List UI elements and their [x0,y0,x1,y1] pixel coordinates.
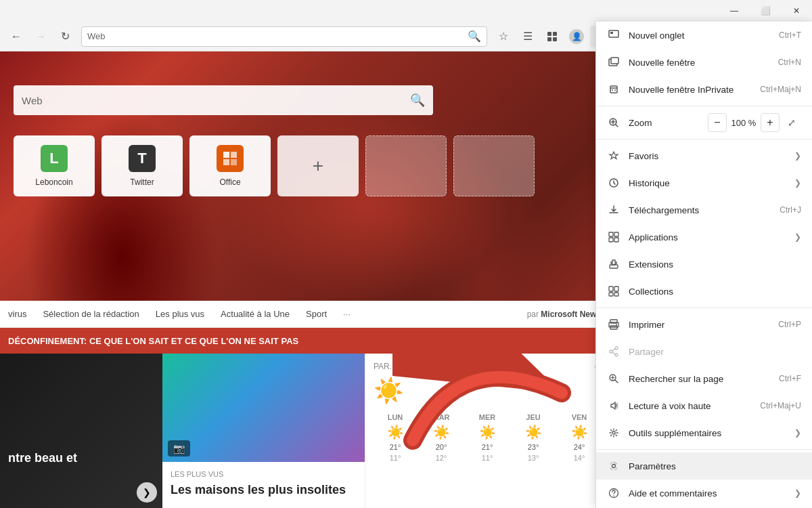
mer-label: MER [479,413,495,421]
print-label: Imprimer [629,320,773,330]
main-article[interactable]: 📷 LES PLUS VUS Les maisons les plus inso… [162,354,365,508]
right-arrow-nav[interactable]: ❯ [137,482,157,503]
weather-forecast: LUN ☀️ 21° 11° MAR ☀️ 20° 12° MER ☀️ 21°… [374,413,601,462]
forecast-mer: MER ☀️ 21° 11° [466,413,509,462]
news-tab-plus-vus[interactable]: Les plus vus [156,309,204,319]
inprivate-label: Nouvelle fenêtre InPrivate [629,85,754,95]
reload-button[interactable]: ↻ [54,26,76,47]
favorites-icon[interactable]: ☆ [493,26,514,47]
news-tab-sport[interactable]: Sport [306,309,327,319]
address-bar[interactable]: Web 🔍 [81,26,487,47]
menu-item-read-aloud[interactable]: Lecture à voix haute Ctrl+Maj+U [596,392,812,419]
menu-item-history[interactable]: Historique ❯ [596,169,812,196]
menu-item-help[interactable]: Aide et commentaires ❯ [596,480,812,507]
forecast-jeu: JEU ☀️ 23° 13° [512,413,555,462]
menu-item-extensions[interactable]: Extensions [596,251,812,278]
shortcut-leboncoin[interactable]: L Leboncoin [14,135,95,196]
svg-rect-2 [547,37,551,41]
svg-rect-3 [553,37,557,41]
find-icon [607,372,621,385]
shortcut-office[interactable]: Office [189,135,271,196]
browser-content: Web 🔍 L Leboncoin T Twitter Office + [0,51,609,508]
svg-point-15 [614,89,616,91]
menu-item-inprivate[interactable]: Nouvelle fenêtre InPrivate Ctrl+Maj+N [596,76,812,103]
menu-item-share[interactable]: Partager [596,338,812,365]
weather-widget: PAR... > ··· ☀️ LUN ☀️ 21° 11° MAR ☀️ 20… [365,354,609,508]
leboncoin-label: Leboncoin [35,177,72,187]
news-tab-selection[interactable]: Sélection de la rédaction [43,309,139,319]
news-tab-virus[interactable]: virus [8,309,26,319]
mar-icon: ☀️ [433,424,450,440]
profile-icon[interactable]: 👤 [566,26,587,47]
ven-low: 14° [574,454,585,462]
office-icon [217,145,244,172]
svg-rect-10 [610,32,613,34]
svg-rect-0 [547,32,551,36]
shortcut-empty-1 [365,135,447,196]
print-icon [607,318,621,331]
menu-item-print[interactable]: Imprimer Ctrl+P [596,311,812,338]
svg-point-38 [613,495,614,496]
search-submit-icon[interactable]: 🔍 [410,93,425,108]
menu-item-new-tab[interactable]: Nouvel onglet Ctrl+T [596,22,812,49]
shortcuts-row: L Leboncoin T Twitter Office + [14,135,535,196]
mer-low: 11° [482,454,493,462]
menu-item-find[interactable]: Rechercher sur la page Ctrl+F [596,365,812,392]
menu-item-apps[interactable]: Applications ❯ [596,224,812,251]
zoom-icon [607,116,621,129]
menu-item-favorites[interactable]: Favoris ❯ [596,142,812,169]
shortcut-twitter[interactable]: T Twitter [102,135,183,196]
news-tab-actualite[interactable]: Actualité à la Une [221,309,290,319]
twitter-icon: T [129,145,156,172]
zoom-plus-button[interactable]: + [761,113,780,132]
close-button[interactable]: ✕ [781,0,812,22]
lun-high: 21° [390,443,401,451]
left-nav: ❯ [137,482,157,503]
history-label: Historique [629,178,792,188]
apps-icon [607,230,621,244]
zoom-fullscreen-button[interactable]: ⤢ [782,113,801,132]
zoom-text-label: Zoom [629,118,708,128]
menu-item-settings[interactable]: Paramètres [596,452,812,480]
shortcut-add[interactable]: + [277,135,359,196]
svg-point-35 [612,431,615,434]
news-bar: virus Sélection de la rédaction Les plus… [0,301,609,328]
twitter-label: Twitter [130,177,154,187]
zoom-minus-button[interactable]: − [708,113,727,132]
menu-item-collections[interactable]: Collections [596,278,812,305]
mar-high: 20° [436,443,447,451]
print-shortcut: Ctrl+P [778,320,801,329]
inprivate-icon [607,83,621,96]
jeu-icon: ☀️ [525,424,542,440]
svg-point-30 [616,324,617,326]
collections-menu-icon [607,284,621,298]
new-tab-shortcut: Ctrl+T [779,30,801,40]
minimize-button[interactable]: — [719,0,750,22]
more-tools-arrow: ❯ [794,428,801,438]
svg-rect-6 [223,159,229,165]
apps-arrow: ❯ [794,232,801,242]
menu-item-new-window[interactable]: Nouvelle fenêtre Ctrl+N [596,49,812,76]
menu-divider-3 [596,308,812,308]
search-box[interactable]: Web 🔍 [14,85,433,115]
menu-item-downloads[interactable]: Téléchargements Ctrl+J [596,196,812,224]
zoom-value-display: 100 % [727,118,761,128]
settings-label: Paramètres [629,461,801,471]
ven-icon: ☀️ [571,424,588,440]
svg-rect-5 [231,152,237,158]
back-button[interactable]: ← [5,26,27,47]
lun-label: LUN [388,413,403,421]
svg-rect-22 [610,265,618,268]
article-image: 📷 [162,354,365,462]
new-tab-label: Nouvel onglet [629,30,773,41]
article-title: Les maisons les plus insolites [171,482,357,498]
news-tab-more[interactable]: ··· [343,309,351,319]
help-icon [607,486,621,500]
mer-high: 21° [482,443,493,451]
menu-item-more-tools[interactable]: Outils supplémentaires ❯ [596,419,812,446]
forward-button[interactable]: → [30,26,51,47]
reading-list-icon[interactable]: ☰ [517,26,539,47]
collections-icon[interactable] [541,26,563,47]
maximize-button[interactable]: ⬜ [750,0,781,22]
svg-point-32 [615,354,618,356]
